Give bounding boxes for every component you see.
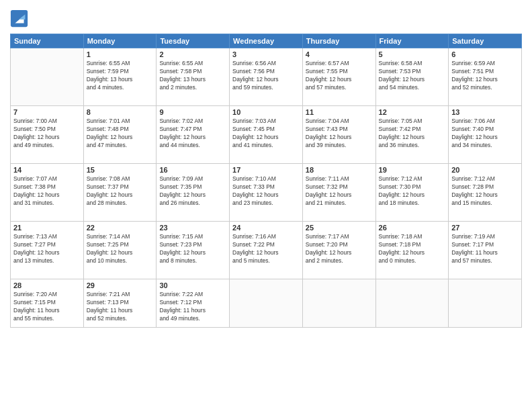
calendar-cell: 6Sunrise: 6:59 AMSunset: 7:51 PMDaylight… bbox=[449, 48, 522, 106]
day-number: 30 bbox=[159, 281, 226, 289]
calendar-cell: 18Sunrise: 7:11 AMSunset: 7:32 PMDayligh… bbox=[302, 164, 375, 222]
day-info: Sunrise: 7:01 AMSunset: 7:48 PMDaylight:… bbox=[87, 118, 154, 150]
day-info: Sunrise: 7:07 AMSunset: 7:38 PMDaylight:… bbox=[13, 175, 81, 208]
day-number: 1 bbox=[87, 50, 154, 58]
day-number: 23 bbox=[159, 224, 226, 232]
day-info: Sunrise: 7:13 AMSunset: 7:27 PMDaylight:… bbox=[13, 233, 81, 265]
day-info: Sunrise: 6:57 AMSunset: 7:55 PMDaylight:… bbox=[306, 60, 373, 92]
day-number: 9 bbox=[159, 108, 226, 116]
calendar-cell: 8Sunrise: 7:01 AMSunset: 7:48 PMDaylight… bbox=[83, 106, 157, 164]
day-number: 25 bbox=[306, 224, 373, 232]
calendar-cell: 24Sunrise: 7:16 AMSunset: 7:22 PMDayligh… bbox=[230, 222, 303, 279]
day-number: 18 bbox=[306, 166, 373, 174]
calendar-cell: 22Sunrise: 7:14 AMSunset: 7:25 PMDayligh… bbox=[83, 222, 157, 279]
day-info: Sunrise: 7:00 AMSunset: 7:50 PMDaylight:… bbox=[13, 118, 81, 150]
calendar-cell: 11Sunrise: 7:04 AMSunset: 7:43 PMDayligh… bbox=[302, 106, 375, 164]
weekday-header-friday: Friday bbox=[375, 34, 449, 48]
day-number: 15 bbox=[87, 166, 154, 174]
day-number: 26 bbox=[379, 224, 446, 232]
calendar-cell: 17Sunrise: 7:10 AMSunset: 7:33 PMDayligh… bbox=[230, 164, 303, 222]
logo bbox=[10, 9, 30, 28]
day-info: Sunrise: 7:03 AMSunset: 7:45 PMDaylight:… bbox=[232, 118, 300, 150]
day-number: 17 bbox=[232, 166, 300, 174]
day-number: 2 bbox=[159, 50, 226, 58]
day-info: Sunrise: 7:20 AMSunset: 7:15 PMDaylight:… bbox=[13, 291, 81, 323]
day-number: 19 bbox=[379, 166, 446, 174]
day-info: Sunrise: 7:10 AMSunset: 7:33 PMDaylight:… bbox=[232, 175, 300, 208]
day-number: 12 bbox=[379, 108, 446, 116]
page-header bbox=[10, 7, 522, 28]
day-info: Sunrise: 7:18 AMSunset: 7:18 PMDaylight:… bbox=[379, 233, 446, 265]
day-info: Sunrise: 6:59 AMSunset: 7:51 PMDaylight:… bbox=[451, 60, 519, 92]
weekday-header-thursday: Thursday bbox=[302, 34, 375, 48]
day-number: 24 bbox=[232, 224, 300, 232]
day-number: 13 bbox=[451, 108, 519, 116]
day-info: Sunrise: 7:04 AMSunset: 7:43 PMDaylight:… bbox=[306, 118, 373, 150]
day-info: Sunrise: 7:12 AMSunset: 7:28 PMDaylight:… bbox=[451, 175, 519, 208]
calendar-week-5: 28Sunrise: 7:20 AMSunset: 7:15 PMDayligh… bbox=[11, 279, 522, 328]
weekday-header-wednesday: Wednesday bbox=[230, 34, 303, 48]
calendar-table: SundayMondayTuesdayWednesdayThursdayFrid… bbox=[10, 34, 522, 328]
weekday-header-sunday: Sunday bbox=[11, 34, 84, 48]
day-info: Sunrise: 6:56 AMSunset: 7:56 PMDaylight:… bbox=[232, 60, 300, 92]
day-number: 8 bbox=[87, 108, 154, 116]
logo-icon bbox=[10, 9, 29, 28]
calendar-cell: 16Sunrise: 7:09 AMSunset: 7:35 PMDayligh… bbox=[157, 164, 230, 222]
day-number: 3 bbox=[232, 50, 300, 58]
calendar-week-2: 7Sunrise: 7:00 AMSunset: 7:50 PMDaylight… bbox=[11, 106, 522, 164]
day-number: 27 bbox=[451, 224, 519, 232]
day-info: Sunrise: 7:19 AMSunset: 7:17 PMDaylight:… bbox=[451, 233, 519, 265]
calendar-cell: 19Sunrise: 7:12 AMSunset: 7:30 PMDayligh… bbox=[375, 164, 449, 222]
day-number: 29 bbox=[87, 281, 154, 289]
day-number: 11 bbox=[306, 108, 373, 116]
day-info: Sunrise: 7:22 AMSunset: 7:12 PMDaylight:… bbox=[159, 291, 226, 323]
day-number: 22 bbox=[87, 224, 154, 232]
calendar-cell: 15Sunrise: 7:08 AMSunset: 7:37 PMDayligh… bbox=[83, 164, 157, 222]
calendar-cell: 27Sunrise: 7:19 AMSunset: 7:17 PMDayligh… bbox=[449, 222, 522, 279]
day-info: Sunrise: 7:15 AMSunset: 7:23 PMDaylight:… bbox=[159, 233, 226, 265]
day-number: 20 bbox=[451, 166, 519, 174]
calendar-cell: 30Sunrise: 7:22 AMSunset: 7:12 PMDayligh… bbox=[157, 279, 230, 328]
day-info: Sunrise: 7:08 AMSunset: 7:37 PMDaylight:… bbox=[87, 175, 154, 208]
day-number: 4 bbox=[306, 50, 373, 58]
calendar-week-1: 1Sunrise: 6:55 AMSunset: 7:59 PMDaylight… bbox=[11, 48, 522, 106]
day-number: 21 bbox=[13, 224, 81, 232]
day-info: Sunrise: 6:55 AMSunset: 7:58 PMDaylight:… bbox=[159, 60, 226, 92]
day-info: Sunrise: 7:06 AMSunset: 7:40 PMDaylight:… bbox=[451, 118, 519, 150]
day-info: Sunrise: 6:55 AMSunset: 7:59 PMDaylight:… bbox=[87, 60, 154, 92]
calendar-cell: 2Sunrise: 6:55 AMSunset: 7:58 PMDaylight… bbox=[157, 48, 230, 106]
calendar-cell: 13Sunrise: 7:06 AMSunset: 7:40 PMDayligh… bbox=[449, 106, 522, 164]
day-info: Sunrise: 6:58 AMSunset: 7:53 PMDaylight:… bbox=[379, 60, 446, 92]
weekday-header-row: SundayMondayTuesdayWednesdayThursdayFrid… bbox=[11, 34, 522, 48]
calendar-cell: 1Sunrise: 6:55 AMSunset: 7:59 PMDaylight… bbox=[83, 48, 157, 106]
calendar-cell: 9Sunrise: 7:02 AMSunset: 7:47 PMDaylight… bbox=[157, 106, 230, 164]
weekday-header-saturday: Saturday bbox=[449, 34, 522, 48]
calendar-week-3: 14Sunrise: 7:07 AMSunset: 7:38 PMDayligh… bbox=[11, 164, 522, 222]
calendar-cell: 20Sunrise: 7:12 AMSunset: 7:28 PMDayligh… bbox=[449, 164, 522, 222]
day-info: Sunrise: 7:09 AMSunset: 7:35 PMDaylight:… bbox=[159, 175, 226, 208]
calendar-cell bbox=[449, 279, 522, 328]
day-info: Sunrise: 7:02 AMSunset: 7:47 PMDaylight:… bbox=[159, 118, 226, 150]
day-number: 5 bbox=[379, 50, 446, 58]
day-info: Sunrise: 7:17 AMSunset: 7:20 PMDaylight:… bbox=[306, 233, 373, 265]
day-number: 16 bbox=[159, 166, 226, 174]
day-number: 28 bbox=[13, 281, 81, 289]
calendar-cell: 4Sunrise: 6:57 AMSunset: 7:55 PMDaylight… bbox=[302, 48, 375, 106]
day-number: 7 bbox=[13, 108, 81, 116]
calendar-cell bbox=[230, 279, 303, 328]
day-info: Sunrise: 7:11 AMSunset: 7:32 PMDaylight:… bbox=[306, 175, 373, 208]
calendar-cell: 25Sunrise: 7:17 AMSunset: 7:20 PMDayligh… bbox=[302, 222, 375, 279]
day-info: Sunrise: 7:14 AMSunset: 7:25 PMDaylight:… bbox=[87, 233, 154, 265]
calendar-cell: 23Sunrise: 7:15 AMSunset: 7:23 PMDayligh… bbox=[157, 222, 230, 279]
weekday-header-monday: Monday bbox=[83, 34, 157, 48]
calendar-cell: 12Sunrise: 7:05 AMSunset: 7:42 PMDayligh… bbox=[375, 106, 449, 164]
calendar-cell: 26Sunrise: 7:18 AMSunset: 7:18 PMDayligh… bbox=[375, 222, 449, 279]
weekday-header-tuesday: Tuesday bbox=[157, 34, 230, 48]
calendar-cell: 3Sunrise: 6:56 AMSunset: 7:56 PMDaylight… bbox=[230, 48, 303, 106]
calendar-cell: 5Sunrise: 6:58 AMSunset: 7:53 PMDaylight… bbox=[375, 48, 449, 106]
day-info: Sunrise: 7:16 AMSunset: 7:22 PMDaylight:… bbox=[232, 233, 300, 265]
calendar-cell bbox=[375, 279, 449, 328]
calendar-week-4: 21Sunrise: 7:13 AMSunset: 7:27 PMDayligh… bbox=[11, 222, 522, 279]
day-number: 6 bbox=[451, 50, 519, 58]
calendar-cell bbox=[11, 48, 84, 106]
